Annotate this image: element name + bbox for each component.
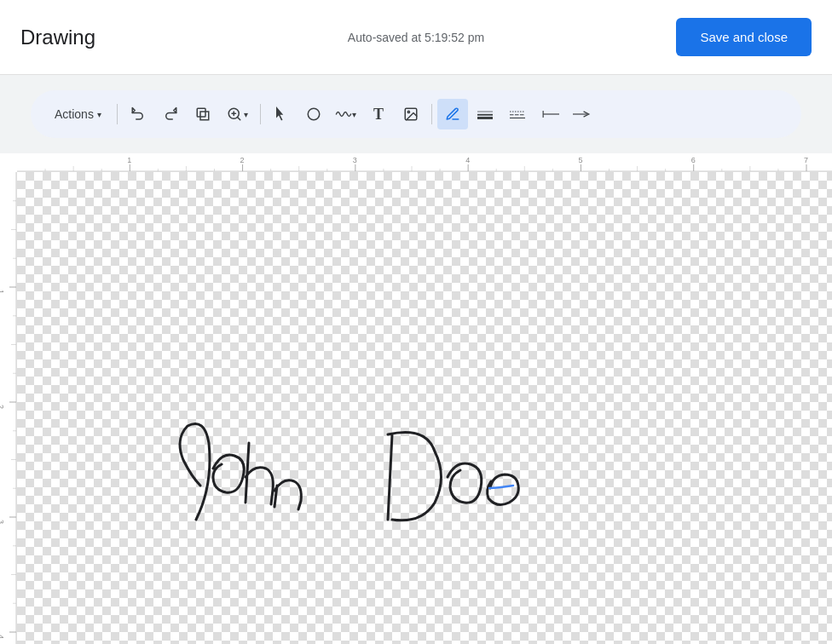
redo-button[interactable]	[155, 99, 186, 129]
actions-chevron-icon: ▾	[97, 110, 101, 119]
svg-text:2: 2	[0, 405, 5, 409]
app-header: Drawing Auto-saved at 5:19:52 pm Save an…	[0, 0, 832, 75]
autosave-status: Auto-saved at 5:19:52 pm	[348, 31, 484, 44]
svg-text:1: 1	[127, 156, 131, 164]
toolbar-divider-1	[117, 104, 118, 124]
shapes-button[interactable]	[298, 99, 329, 129]
border-style-button[interactable]	[502, 99, 533, 129]
text-button[interactable]: T	[363, 99, 394, 129]
zoom-dropdown-icon: ▾	[244, 110, 248, 119]
line-weight-button[interactable]	[470, 99, 500, 129]
svg-point-5	[308, 108, 320, 120]
svg-text:1: 1	[0, 290, 5, 294]
toolbar: Actions ▾ ▾	[31, 90, 801, 138]
svg-text:2: 2	[240, 156, 245, 164]
svg-rect-17	[17, 153, 832, 172]
svg-text:4: 4	[0, 635, 5, 639]
line-end-button[interactable]	[567, 99, 598, 129]
scribble-button[interactable]: ▾	[331, 99, 361, 129]
svg-text:3: 3	[353, 156, 357, 164]
svg-line-2	[237, 117, 240, 119]
signature-svg	[17, 172, 832, 644]
svg-point-7	[407, 111, 409, 112]
toolbar-wrapper: Actions ▾ ▾	[0, 75, 832, 153]
checkerboard-bg	[17, 172, 832, 644]
canvas-container[interactable]: 1234567 1234	[0, 153, 832, 644]
undo-button[interactable]	[123, 99, 153, 129]
image-button[interactable]	[396, 99, 426, 129]
save-close-button[interactable]: Save and close	[676, 18, 812, 56]
toolbar-divider-2	[260, 104, 261, 124]
svg-text:6: 6	[691, 156, 696, 164]
scribble-chevron-icon: ▾	[352, 110, 356, 119]
drawing-canvas[interactable]	[17, 172, 832, 644]
line-start-button[interactable]	[534, 99, 565, 129]
ruler-top-svg: 1234567	[17, 153, 832, 172]
ruler-left-svg: 1234	[0, 172, 17, 644]
svg-text:5: 5	[578, 156, 582, 164]
svg-rect-0	[197, 108, 205, 117]
ruler-top: 1234567	[17, 153, 832, 172]
ruler-left: 1234	[0, 172, 17, 644]
toolbar-divider-3	[431, 104, 432, 124]
main-drawing-area: 1234567 1234	[0, 153, 832, 644]
actions-label: Actions	[55, 107, 94, 121]
actions-button[interactable]: Actions ▾	[44, 99, 112, 129]
zoom-button[interactable]: ▾	[220, 99, 255, 129]
svg-text:4: 4	[465, 156, 470, 164]
svg-text:7: 7	[804, 156, 808, 164]
select-copy-button[interactable]	[188, 99, 218, 129]
svg-text:3: 3	[0, 520, 5, 524]
select-tool-button[interactable]	[266, 99, 297, 129]
pen-button[interactable]	[437, 99, 468, 129]
app-title: Drawing	[20, 26, 95, 49]
